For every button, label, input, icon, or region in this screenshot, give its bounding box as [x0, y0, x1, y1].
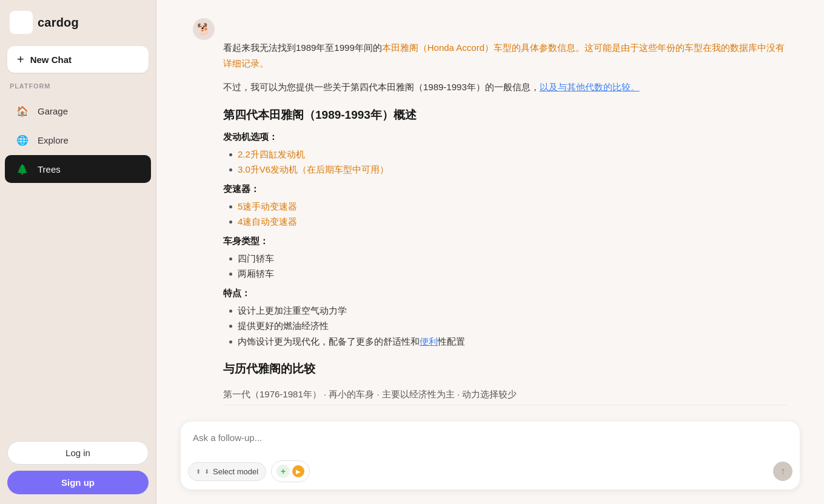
features-section: 特点： 设计上更加注重空气动力学 提供更好的燃油经济性 内饰设计更为现代化，配备… — [223, 288, 787, 350]
chevron-down-icon: ⬇ — [204, 468, 209, 475]
nav-items: 🏠 Garage 🌐 Explore 🌲 Trees — [0, 96, 156, 184]
chat-content: 看起来我无法找到1989年至1999年间的本田雅阁（Honda Accord）车… — [156, 40, 823, 405]
list-item: 4速自动变速器 — [238, 214, 787, 230]
list-item: 3.0升V6发动机（在后期车型中可用） — [238, 162, 787, 177]
transmission-list: 5速手动变速器 4速自动变速器 — [223, 199, 787, 230]
engine-list: 2.2升四缸发动机 3.0升V6发动机（在后期车型中可用） — [223, 147, 787, 177]
main-content: 🐕 看起来我无法找到1989年至1999年间的本田雅阁（Honda Accord… — [156, 0, 824, 504]
list-item: 两厢轿车 — [238, 266, 787, 282]
comparison-link: 以及与其他代数的比较。 — [540, 82, 640, 92]
input-area: ⬆ ⬇ Select model + ▶ ↑ — [156, 414, 824, 504]
attach-green-icon: + — [276, 465, 290, 478]
comparison-gen1-detail1: · 再小的车身 · 主要以经济性为主 · 动力选择较少 — [324, 389, 517, 399]
model-select-label: Select model — [213, 467, 258, 476]
sidebar-item-label: Explore — [38, 135, 69, 145]
list-item: 四门轿车 — [238, 251, 787, 267]
follow-up-input[interactable] — [181, 422, 800, 453]
sidebar-item-explore[interactable]: 🌐 Explore — [5, 126, 151, 154]
list-item: 提供更好的燃油经济性 — [238, 318, 787, 334]
input-box: ⬆ ⬇ Select model + ▶ ↑ — [181, 422, 800, 489]
trees-icon: 🌲 — [15, 161, 30, 177]
new-chat-label: New Chat — [30, 55, 72, 65]
comparison-row-1: 第一代（1976-1981年） · 再小的车身 · 主要以经济性为主 · 动力选… — [223, 384, 787, 405]
send-arrow-icon: ↑ — [780, 466, 785, 477]
logo-icon: 🐕 — [10, 11, 33, 34]
transmission-label: 变速器： — [223, 184, 787, 195]
comparison-gen1-label: 第一代（1976-1981年） — [223, 389, 321, 399]
sidebar: 🐕 cardog + New Chat Platform 🏠 Garage 🌐 … — [0, 0, 156, 504]
section-title: 第四代本田雅阁（1989-1993年）概述 — [223, 107, 787, 123]
chat-area: 🐕 看起来我无法找到1989年至1999年间的本田雅阁（Honda Accord… — [156, 0, 824, 414]
svg-rect-0 — [10, 11, 33, 34]
intro-message: 看起来我无法找到1989年至1999年间的本田雅阁（Honda Accord）车… — [193, 40, 787, 71]
model-select-button[interactable]: ⬆ ⬇ Select model — [188, 462, 266, 481]
body-section: 车身类型： 四门轿车 两厢轿车 — [223, 236, 787, 282]
features-list: 设计上更加注重空气动力学 提供更好的燃油经济性 内饰设计更为现代化，配备了更多的… — [223, 303, 787, 350]
comparison-title: 与历代雅阁的比较 — [223, 361, 787, 377]
intro-text-part1: 看起来我无法找到1989年至1999年间的 — [223, 42, 382, 53]
plus-green-icon: + — [281, 466, 286, 476]
list-item: 设计上更加注重空气动力学 — [238, 303, 787, 319]
sidebar-item-label: Garage — [38, 106, 68, 116]
logo-text: cardog — [38, 16, 79, 30]
new-chat-button[interactable]: + New Chat — [7, 46, 149, 73]
features-label: 特点： — [223, 288, 787, 299]
garage-icon: 🏠 — [15, 103, 30, 119]
sidebar-item-label: Trees — [38, 164, 61, 174]
list-item: 5速手动变速器 — [238, 199, 787, 214]
sidebar-bottom: Log in Sign up — [0, 431, 156, 504]
body-list: 四门轿车 两厢轿车 — [223, 251, 787, 282]
transmission-section: 变速器： 5速手动变速器 4速自动变速器 — [223, 184, 787, 230]
engine-label: 发动机选项： — [223, 131, 787, 143]
ai-message-header: 🐕 — [156, 0, 824, 40]
attach-button[interactable]: + ▶ — [271, 460, 310, 482]
secondary-message: 不过，我可以为您提供一些关于第四代本田雅阁（1989-1993年）的一般信息，以… — [193, 79, 787, 95]
send-button[interactable]: ↑ — [773, 462, 792, 481]
platform-label: Platform — [0, 82, 156, 96]
list-item: 2.2升四缸发动机 — [238, 147, 787, 162]
explore-icon: 🌐 — [15, 132, 30, 148]
plus-icon: + — [17, 53, 24, 65]
chevron-up-icon: ⬆ — [196, 468, 201, 475]
list-item: 内饰设计更为现代化，配备了更多的舒适性和便利性配置 — [238, 334, 787, 350]
signup-button[interactable]: Sign up — [7, 471, 149, 494]
login-button[interactable]: Log in — [7, 441, 149, 465]
attach-arrow-icon: ▶ — [292, 465, 304, 477]
sidebar-item-trees[interactable]: 🌲 Trees — [5, 155, 151, 183]
logo-area: 🐕 cardog — [0, 0, 156, 42]
sidebar-item-garage[interactable]: 🏠 Garage — [5, 97, 151, 125]
engine-section: 发动机选项： 2.2升四缸发动机 3.0升V6发动机（在后期车型中可用） — [223, 131, 787, 177]
input-toolbar: ⬆ ⬇ Select model + ▶ ↑ — [181, 456, 800, 489]
ai-avatar: 🐕 — [193, 18, 215, 40]
body-label: 车身类型： — [223, 236, 787, 247]
comparison-section: 与历代雅阁的比较 第一代（1976-1981年） · 再小的车身 · 主要以经济… — [223, 361, 787, 405]
